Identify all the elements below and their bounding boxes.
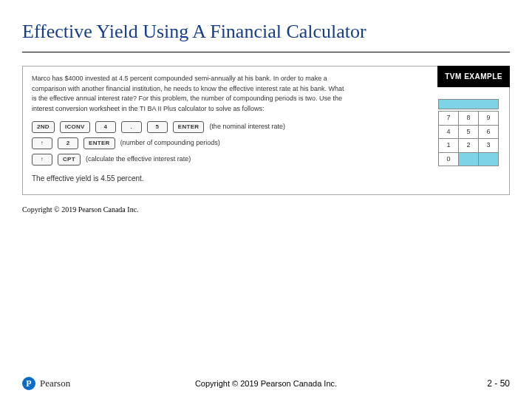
problem-text: Marco has $4000 invested at 4.5 percent … — [32, 74, 349, 114]
key-sequence-2: ↑ 2 ENTER (number of compounding periods… — [32, 137, 406, 149]
keypad-key: 0 — [439, 152, 459, 166]
keypad-key: 5 — [459, 125, 479, 139]
calc-key-up: ↑ — [32, 137, 52, 149]
keypad-key: 2 — [459, 139, 479, 153]
calc-key-enter: ENTER — [173, 121, 205, 133]
keypad-key: 9 — [479, 112, 499, 126]
keypad-key: 3 — [479, 139, 499, 153]
calculator-screen — [438, 99, 499, 109]
tvm-example-box: TVM EXAMPLE 7 8 9 4 5 6 1 2 3 — [22, 66, 510, 195]
sequence-note: (calculate the effective interest rate) — [86, 154, 191, 165]
pearson-wordmark: Pearson — [40, 378, 70, 389]
keypad-key: 6 — [479, 125, 499, 139]
slide-title: Effective Yield Using A Financial Calcul… — [0, 0, 532, 47]
result-text: The effective yield is 4.55 percent. — [32, 173, 406, 184]
calc-key-enter: ENTER — [83, 137, 115, 149]
footer: P Pearson Copyright © 2019 Pearson Canad… — [0, 377, 532, 390]
key-sequence-3: ↑ CPT (calculate the effective interest … — [32, 154, 406, 166]
calc-key-2nd: 2ND — [32, 121, 55, 133]
sequence-note: (the nominal interest rate) — [209, 122, 285, 132]
calc-key-cpt: CPT — [58, 154, 81, 166]
calculator-keypad: 7 8 9 4 5 6 1 2 3 0 — [438, 99, 499, 166]
keypad-grid: 7 8 9 4 5 6 1 2 3 0 — [438, 111, 499, 166]
inner-copyright: Copyright © 2019 Pearson Canada Inc. — [22, 205, 510, 214]
pearson-badge-icon: P — [22, 377, 35, 390]
page-number: 2 - 50 — [487, 378, 510, 389]
keypad-blank — [479, 152, 499, 166]
example-container: TVM EXAMPLE 7 8 9 4 5 6 1 2 3 — [22, 66, 510, 195]
keypad-key: 7 — [439, 112, 459, 126]
calc-key-iconv: ICONV — [60, 121, 90, 133]
keypad-key: 1 — [439, 139, 459, 153]
title-divider — [22, 52, 510, 52]
keypad-key: 8 — [459, 112, 479, 126]
key-sequence-1: 2ND ICONV 4 . 5 ENTER (the nominal inter… — [32, 121, 406, 133]
sequence-note: (number of compounding periods) — [120, 138, 220, 149]
calc-key-up: ↑ — [32, 154, 52, 166]
calc-key-4: 4 — [95, 121, 116, 133]
calc-key-2: 2 — [58, 137, 78, 149]
keypad-blank — [459, 152, 479, 166]
tvm-example-label: TVM EXAMPLE — [437, 66, 510, 87]
calc-key-dot: . — [121, 121, 142, 133]
calc-key-5: 5 — [147, 121, 168, 133]
pearson-logo: P Pearson — [22, 377, 70, 390]
footer-copyright: Copyright © 2019 Pearson Canada Inc. — [195, 379, 337, 388]
keypad-key: 4 — [439, 125, 459, 139]
